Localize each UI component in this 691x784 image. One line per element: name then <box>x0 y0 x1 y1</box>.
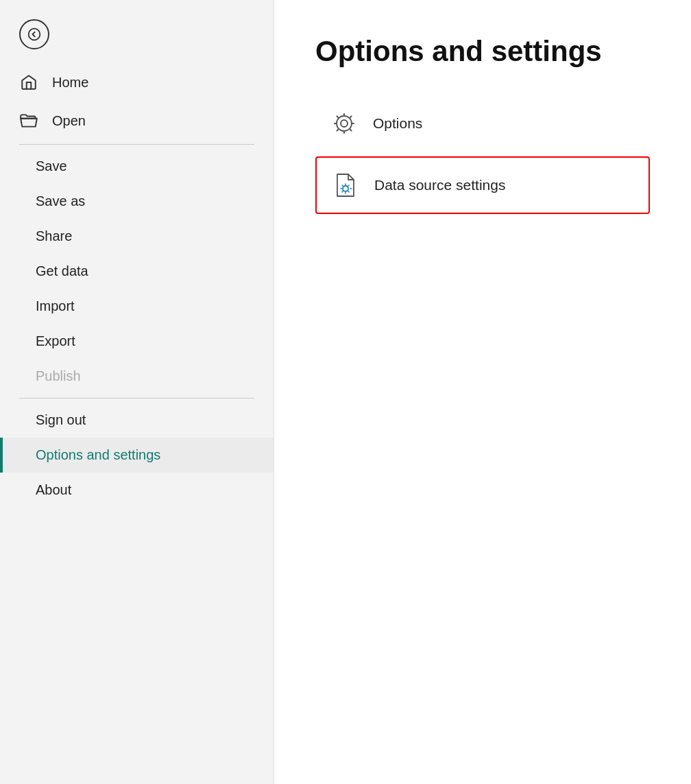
back-arrow-icon <box>27 27 41 41</box>
divider-1 <box>19 144 254 145</box>
back-button[interactable] <box>19 19 49 49</box>
sidebar-item-home[interactable]: Home <box>0 63 274 102</box>
save-as-label: Save as <box>36 193 85 209</box>
svg-point-0 <box>29 29 40 40</box>
sidebar-item-about[interactable]: About <box>0 473 274 508</box>
data-source-icon <box>330 170 361 200</box>
sidebar: Home Open Save Save as Share Get <box>0 0 274 784</box>
sidebar-item-save[interactable]: Save <box>0 149 274 184</box>
svg-point-1 <box>341 120 348 127</box>
settings-item-options[interactable]: Options <box>315 96 650 151</box>
options-settings-label: Options and settings <box>36 447 160 463</box>
sidebar-item-sign-out[interactable]: Sign out <box>0 403 274 438</box>
back-section <box>0 0 274 63</box>
get-data-label: Get data <box>36 263 88 279</box>
publish-label: Publish <box>36 368 81 384</box>
sidebar-item-open[interactable]: Open <box>0 102 274 140</box>
sidebar-item-share[interactable]: Share <box>0 219 274 254</box>
options-label: Options <box>373 115 422 132</box>
open-folder-icon <box>19 111 38 130</box>
data-source-settings-label: Data source settings <box>374 177 505 193</box>
divider-2 <box>19 398 254 399</box>
sidebar-item-get-data[interactable]: Get data <box>0 254 274 289</box>
svg-point-3 <box>343 186 348 191</box>
open-label: Open <box>52 113 86 129</box>
settings-item-data-source[interactable]: Data source settings <box>315 156 650 214</box>
share-label: Share <box>36 228 72 244</box>
home-icon <box>19 73 38 92</box>
home-label: Home <box>52 75 88 91</box>
svg-point-2 <box>337 116 352 131</box>
sidebar-item-options-settings[interactable]: Options and settings <box>0 438 274 473</box>
sign-out-label: Sign out <box>36 412 86 428</box>
gear-icon <box>329 108 359 139</box>
save-label: Save <box>36 158 67 174</box>
primary-nav: Home Open Save Save as Share Get <box>0 63 274 508</box>
sidebar-item-save-as[interactable]: Save as <box>0 184 274 219</box>
sidebar-item-import[interactable]: Import <box>0 289 274 324</box>
settings-list: Options Data source settings <box>315 96 650 214</box>
about-label: About <box>36 482 71 498</box>
import-label: Import <box>36 298 75 314</box>
export-label: Export <box>36 333 75 349</box>
sidebar-item-export[interactable]: Export <box>0 324 274 359</box>
sidebar-item-publish: Publish <box>0 359 274 394</box>
main-content: Options and settings Options <box>274 0 691 784</box>
page-title: Options and settings <box>315 34 650 69</box>
